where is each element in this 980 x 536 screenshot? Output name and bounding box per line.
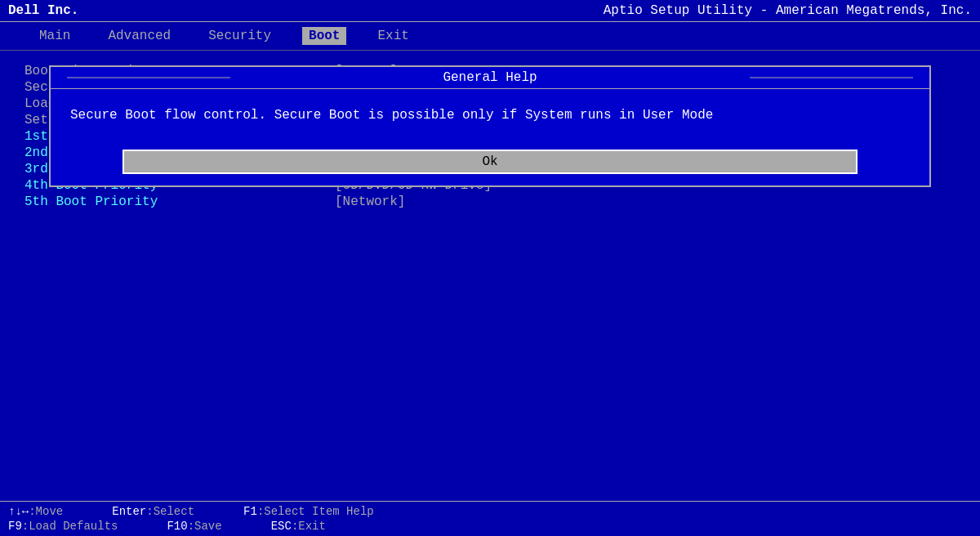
status-item: ↑↓↔:Move (8, 505, 63, 518)
top-bar: Dell Inc. Aptio Setup Utility - American… (0, 0, 980, 22)
status-item: F10:Save (167, 520, 221, 533)
menu-item[interactable]: 5th Boot Priority[Network] (24, 194, 956, 209)
nav-menu: MainAdvancedSecurityBootExit (0, 22, 980, 51)
dialog-button-area: Ok (51, 141, 929, 185)
company-name: Dell Inc. (8, 3, 78, 18)
utility-title: Aptio Setup Utility - American Megatrend… (604, 3, 972, 18)
dialog-body: Secure Boot flow control. Secure Boot is… (51, 89, 929, 141)
menu-value: [Network] (335, 194, 405, 209)
status-item: F1:Select Item Help (243, 505, 374, 518)
dialog-title: General Help (51, 67, 929, 89)
general-help-dialog: General Help Secure Boot flow control. S… (49, 65, 931, 187)
bottom-row2: F9:Load DefaultsF10:SaveESC:Exit (8, 520, 972, 533)
ok-button[interactable]: Ok (122, 150, 858, 174)
nav-item-advanced[interactable]: Advanced (101, 27, 177, 45)
menu-label: 5th Boot Priority (24, 194, 335, 209)
bottom-row1: ↑↓↔:MoveEnter:SelectF1:Select Item Help (8, 505, 972, 518)
status-item: F9:Load Defaults (8, 520, 118, 533)
nav-item-exit[interactable]: Exit (371, 27, 415, 45)
status-item: Enter:Select (112, 505, 194, 518)
nav-item-security[interactable]: Security (202, 27, 278, 45)
status-item: ESC:Exit (271, 520, 326, 533)
nav-item-boot[interactable]: Boot (302, 27, 346, 45)
bottom-bar: ↑↓↔:MoveEnter:SelectF1:Select Item Help … (0, 501, 980, 536)
nav-item-main[interactable]: Main (33, 27, 77, 45)
